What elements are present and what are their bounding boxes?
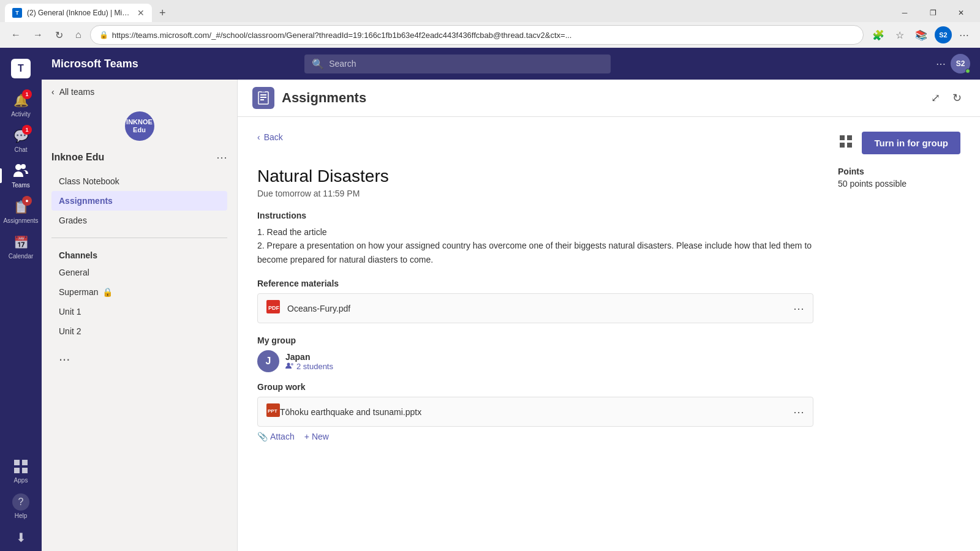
favorites-button[interactable]: ☆ — [892, 27, 908, 43]
attach-new-row: 📎 Attach + New — [257, 432, 813, 441]
team-more-button[interactable]: ⋯ — [216, 151, 227, 164]
svg-rect-5 — [260, 94, 266, 96]
new-tab-button[interactable]: + — [154, 7, 171, 20]
active-tab[interactable]: T (2) General (Inknoe Edu) | Micros... ✕ — [5, 4, 152, 22]
content-header-actions: ⤢ ↻ — [927, 88, 965, 108]
url-box[interactable]: 🔒 https://teams.microsoft.com/_#/school/… — [90, 25, 864, 45]
extensions-button[interactable]: 🧩 — [869, 27, 888, 43]
svg-text:PPT: PPT — [268, 408, 277, 414]
tab-close-btn[interactable]: ✕ — [137, 8, 145, 18]
teams-logo-icon: T — [11, 59, 31, 78]
sidebar-item-calendar[interactable]: 📅 Calendar — [0, 229, 42, 264]
assignments-badge: ● — [22, 196, 32, 206]
url-text: https://teams.microsoft.com/_#/school/cl… — [112, 31, 854, 40]
points-value: 50 points possible — [838, 179, 960, 189]
sidebar-item-apps[interactable]: Apps — [10, 453, 32, 489]
channel-unit2[interactable]: Unit 2 — [51, 321, 227, 341]
search-box[interactable]: 🔍 Search — [304, 54, 611, 73]
collections-button[interactable]: 📚 — [911, 27, 931, 43]
sidebar-item-teams[interactable]: Teams — [0, 158, 42, 193]
paperclip-icon: 📎 — [257, 432, 268, 441]
group-work-more-button[interactable]: ⋯ — [793, 405, 804, 419]
channel-general[interactable]: General — [51, 263, 227, 282]
sidebar-label-activity: Activity — [11, 111, 31, 118]
back-label: Back — [264, 132, 283, 142]
maximize-button[interactable]: ❐ — [919, 4, 947, 22]
channel-unit1[interactable]: Unit 1 — [51, 302, 227, 321]
reference-file-name: Oceans-Fury.pdf — [287, 304, 793, 313]
forward-browser-button[interactable]: → — [29, 27, 47, 43]
refresh-button[interactable]: ↻ — [51, 27, 67, 43]
group-label: My group — [257, 335, 813, 345]
view-toggle-button[interactable] — [836, 132, 856, 154]
channels-section: Channels General Superman 🔒 Unit 1 Unit … — [42, 246, 237, 341]
assignment-right: Points 50 points possible — [838, 167, 960, 441]
nav-item-class-notebook[interactable]: Class Notebook — [51, 171, 227, 191]
home-button[interactable]: ⌂ — [72, 27, 85, 43]
activity-badge: 1 — [22, 89, 32, 99]
content-header: Assignments ⤢ ↻ — [238, 80, 980, 117]
browser-user-avatar[interactable]: S2 — [935, 26, 952, 43]
back-button[interactable]: ‹ Back — [257, 132, 283, 142]
group-info: Japan — [285, 352, 333, 371]
more-channels-button[interactable]: ... — [59, 348, 70, 364]
team-name: Inknoe Edu — [51, 152, 104, 163]
group-work-label: Group work — [257, 382, 813, 392]
sidebar-label-calendar: Calendar — [9, 253, 34, 260]
nav-items: Class Notebook Assignments Grades — [42, 171, 237, 230]
refresh-icon-btn[interactable]: ↻ — [949, 88, 965, 108]
group-item: J Japan — [257, 350, 813, 372]
teams-logo: T — [5, 53, 37, 84]
top-actions: ‹ Back — [257, 132, 960, 154]
svg-rect-6 — [260, 97, 266, 98]
teams-sidebar: T 🔔 1 Activity 💬 1 Chat Teams — [0, 48, 42, 551]
calendar-icon: 📅 — [12, 234, 29, 251]
group-section: My group J Japan — [257, 335, 813, 372]
group-students: 2 students — [285, 362, 333, 371]
sidebar-item-assignments[interactable]: 📋 ● Assignments — [0, 193, 42, 229]
activity-icon: 🔔 1 — [12, 92, 29, 109]
browser-menu-button[interactable]: ⋯ — [956, 27, 973, 43]
browser-chrome: T (2) General (Inknoe Edu) | Micros... ✕… — [0, 0, 980, 48]
back-browser-button[interactable]: ← — [7, 27, 24, 43]
minimize-button[interactable]: ─ — [891, 4, 919, 22]
new-file-button[interactable]: + New — [304, 432, 329, 441]
all-teams-header[interactable]: ‹ All teams — [42, 80, 237, 104]
pptx-icon: PPT — [266, 403, 280, 420]
user-avatar[interactable]: S2 — [951, 54, 970, 73]
channel-superman[interactable]: Superman 🔒 — [51, 282, 227, 302]
svg-rect-9 — [261, 92, 266, 93]
app-title: Microsoft Teams — [51, 58, 138, 70]
group-work-file-item[interactable]: PPT Tōhoku earthquake and tsunami.pptx ⋯ — [257, 397, 813, 427]
chat-badge: 1 — [22, 125, 32, 135]
group-work-section: Group work PPT Tōhoku ea — [257, 382, 813, 441]
svg-rect-2 — [14, 468, 20, 473]
reference-file-more-button[interactable]: ⋯ — [793, 302, 804, 315]
pdf-icon: PDF — [266, 300, 280, 317]
help-icon: ? — [12, 493, 29, 511]
close-button[interactable]: ✕ — [947, 4, 975, 22]
tab-favicon: T — [12, 8, 22, 18]
plus-icon: + — [304, 432, 309, 441]
sidebar-item-chat[interactable]: 💬 1 Chat — [0, 122, 42, 158]
team-name-section: Inknoe Edu ⋯ — [42, 143, 237, 171]
reference-file-item[interactable]: PDF Oceans-Fury.pdf ⋯ — [257, 293, 813, 323]
search-input[interactable]: Search — [329, 59, 603, 69]
svg-rect-10 — [840, 135, 845, 140]
instructions-text: 1. Read the article 2. Prepare a present… — [257, 225, 813, 266]
more-options-btn[interactable]: ⋯ — [936, 58, 946, 70]
expand-icon-btn[interactable]: ⤢ — [927, 88, 944, 108]
assignments-icon: 📋 ● — [12, 198, 29, 216]
nav-item-assignments[interactable]: Assignments — [51, 191, 227, 211]
team-avatar: INKNOEEdu — [125, 111, 154, 141]
turn-in-button[interactable]: Turn in for group — [862, 132, 960, 154]
group-name: Japan — [285, 352, 333, 362]
sidebar-item-download[interactable]: ⬇ — [10, 524, 32, 551]
browser-actions: 🧩 ☆ 📚 S2 ⋯ — [869, 26, 973, 43]
sidebar-item-help[interactable]: ? Help — [10, 489, 32, 524]
assignment-title: Natural Disasters — [257, 167, 813, 186]
sidebar-item-activity[interactable]: 🔔 1 Activity — [0, 87, 42, 122]
channel-general-label: General — [59, 268, 89, 277]
nav-item-grades[interactable]: Grades — [51, 211, 227, 230]
attach-button[interactable]: 📎 Attach — [257, 432, 295, 441]
